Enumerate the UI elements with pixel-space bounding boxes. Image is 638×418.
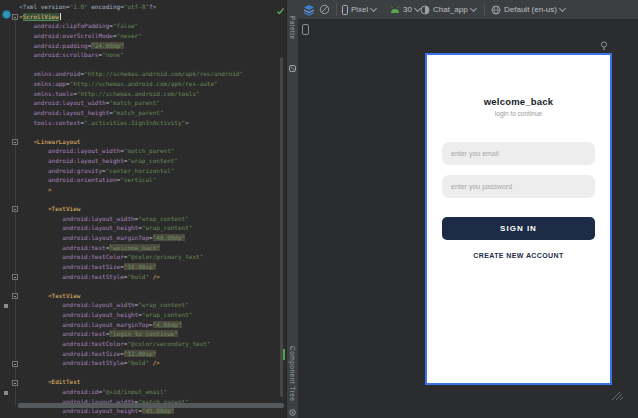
code-line[interactable]: android:layout_width="wrap_content" — [19, 214, 243, 224]
theme-selector[interactable]: Chat_app — [420, 0, 476, 19]
code-line[interactable]: android:textColor="@color/primary_text" — [19, 252, 243, 262]
code-line[interactable]: android:overScrollMode="never" — [19, 31, 243, 41]
theme-icon — [420, 5, 430, 15]
code-line[interactable]: <ScrollView — [19, 12, 243, 22]
preview-title-textview[interactable]: welcome_back — [427, 96, 610, 107]
code-line[interactable]: android:orientation="vertical" — [19, 175, 243, 185]
code-line[interactable]: android:scrollbars="none" — [19, 50, 243, 60]
chevron-down-icon — [370, 5, 377, 12]
analysis-stripe-mark — [283, 349, 285, 360]
blueprint-off-button[interactable] — [319, 0, 330, 19]
code-line[interactable]: <TextView — [19, 291, 243, 301]
gutter-marker-icon[interactable] — [2, 10, 11, 19]
code-line[interactable]: android:textSize="12.00sp" — [19, 349, 243, 359]
code-line[interactable]: <LinearLayout — [19, 137, 243, 147]
code-line[interactable]: android:text="welcome_back" — [19, 243, 243, 253]
canvas-resize-handle[interactable] — [610, 388, 624, 406]
code-line[interactable]: android:clipToPadding="false" — [19, 21, 243, 31]
code-line[interactable]: android:padding="24.00dp" — [19, 41, 243, 51]
code-line[interactable]: android:textSize="18.00sp" — [19, 262, 243, 272]
design-surface-selector[interactable] — [303, 0, 315, 19]
layers-icon — [303, 4, 315, 16]
chevron-down-icon — [470, 5, 477, 12]
fold-marker-icon[interactable] — [12, 139, 18, 145]
code-line[interactable]: <?xml version="1.0" encoding="utf-8"?> — [19, 2, 243, 12]
code-line[interactable]: > — [19, 185, 243, 195]
fold-marker-icon[interactable] — [12, 361, 18, 367]
gutter[interactable] — [0, 0, 19, 418]
create-account-link[interactable]: CREATE NEW ACCOUNT — [427, 252, 610, 259]
gutter-mark — [4, 304, 8, 308]
palette-icon — [289, 58, 296, 65]
text-caret — [60, 13, 61, 20]
code-line[interactable] — [19, 281, 243, 291]
fold-marker-icon[interactable] — [12, 293, 18, 299]
theme-label: Chat_app — [433, 5, 468, 14]
device-selector[interactable]: Pixel — [342, 0, 376, 19]
circle-slash-icon — [319, 4, 330, 15]
inspections-check-icon[interactable] — [276, 2, 285, 20]
fold-marker-icon[interactable] — [12, 14, 18, 20]
component-tree-icon — [289, 402, 296, 409]
xml-code-editor[interactable]: <?xml version="1.0" encoding="utf-8"?><S… — [0, 0, 286, 418]
preview-subtitle-textview[interactable]: login to continue — [427, 110, 610, 117]
sign-in-button[interactable]: SIGN IN — [442, 217, 595, 240]
code-line[interactable] — [19, 368, 243, 378]
design-toolbar: Pixel 30 Chat_app — [298, 0, 638, 20]
code-line[interactable]: android:layout_width="wrap_content" — [19, 300, 243, 310]
chevron-down-icon — [559, 5, 566, 12]
gutter-mark — [4, 391, 8, 395]
vertical-scrollbar[interactable] — [280, 57, 283, 397]
fold-marker-icon[interactable] — [12, 206, 18, 212]
globe-icon — [491, 5, 501, 15]
api-selector[interactable]: 30 — [390, 0, 420, 19]
code-line[interactable] — [19, 195, 243, 205]
android-head-icon — [390, 6, 400, 14]
toolbar-separator — [484, 3, 485, 16]
code-line[interactable]: android:layout_marginTop="4.00dp" — [19, 320, 243, 330]
fold-guide-line — [15, 20, 16, 406]
code-line[interactable]: xmlns:app="http://schemas.android.com/ap… — [19, 79, 243, 89]
code-line[interactable]: android:textStyle="bold" /> — [19, 272, 243, 282]
code-line[interactable]: android:layout_height="wrap_content" — [19, 310, 243, 320]
fold-marker-icon[interactable] — [12, 274, 18, 280]
code-line[interactable]: xmlns:tools="http://schemas.android.com/… — [19, 89, 243, 99]
code-line[interactable] — [19, 127, 243, 137]
code-line[interactable]: android:layout_height="wrap_content" — [19, 223, 243, 233]
fold-marker-icon[interactable] — [12, 380, 18, 386]
code-line[interactable]: android:layout_height="match_parent" — [19, 108, 243, 118]
tool-window-strip: Palette Component Tree — [286, 0, 298, 418]
component-tree-tab[interactable]: Component Tree — [289, 346, 296, 401]
code-line[interactable] — [19, 60, 243, 70]
code-line[interactable]: android:layout_marginTop="40.00dp" — [19, 233, 243, 243]
api-label: 30 — [403, 5, 412, 14]
code-line[interactable]: android:layout_width="match_parent" — [19, 98, 243, 108]
code-line[interactable]: xmlns:android="http://schemas.android.co… — [19, 69, 243, 79]
code-line[interactable]: <TextView — [19, 204, 243, 214]
toolbar-separator — [336, 3, 337, 16]
palette-tab[interactable]: Palette — [289, 16, 296, 40]
locale-label: Default (en-us) — [504, 5, 557, 14]
code-line[interactable]: tools:context=".activities.SignInActivit… — [19, 118, 243, 128]
code-lines[interactable]: <?xml version="1.0" encoding="utf-8"?><S… — [19, 2, 243, 416]
code-line[interactable]: android:textStyle="bold" /> — [19, 358, 243, 368]
code-line[interactable]: android:gravity="center_horizontal" — [19, 166, 243, 176]
code-line[interactable]: android:text="login to continue" — [19, 329, 243, 339]
email-input[interactable]: enter you email — [442, 142, 595, 165]
device-frame-icon[interactable] — [302, 24, 309, 35]
code-line[interactable]: android:id="@+id/input_email" — [19, 387, 243, 397]
locale-selector[interactable]: Default (en-us) — [491, 0, 565, 19]
phone-icon — [342, 5, 348, 15]
code-line[interactable]: android:textColor="@color/secondary_text… — [19, 339, 243, 349]
password-input[interactable]: enter you password — [442, 175, 595, 198]
code-line[interactable]: <EditText — [19, 377, 243, 387]
code-line[interactable]: android:layout_height="wrap_content" — [19, 156, 243, 166]
device-label: Pixel — [351, 5, 368, 14]
phone-preview-canvas[interactable]: welcome_back login to continue enter you… — [425, 53, 612, 385]
code-line[interactable]: android:layout_width="match_parent" — [19, 146, 243, 156]
horizontal-scrollbar[interactable] — [18, 403, 284, 408]
